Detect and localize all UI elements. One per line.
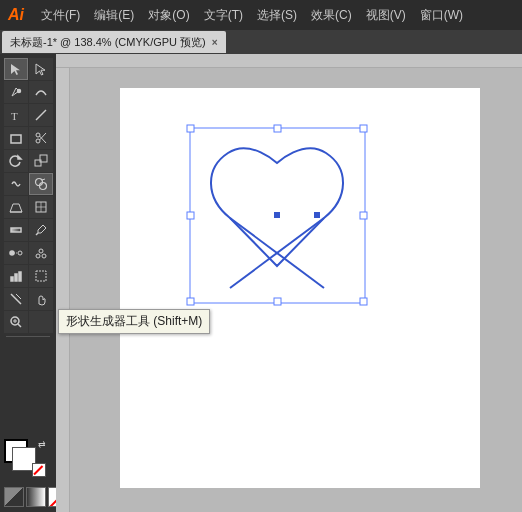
zoom-tool[interactable] xyxy=(4,311,28,333)
svg-point-18 xyxy=(10,251,14,255)
shape-builder-tool[interactable] xyxy=(29,173,53,195)
tool-row-7 xyxy=(2,196,54,218)
text-tool[interactable]: T xyxy=(4,104,28,126)
eyedropper-tool[interactable] xyxy=(29,219,53,241)
heart-shape-svg[interactable] xyxy=(180,118,380,318)
svg-line-29 xyxy=(16,294,21,299)
tab-close-button[interactable]: × xyxy=(212,37,218,48)
svg-point-22 xyxy=(36,254,40,258)
menu-edit[interactable]: 编辑(E) xyxy=(87,0,141,30)
color-swatches: ⇄ xyxy=(4,439,46,477)
menu-select[interactable]: 选择(S) xyxy=(250,0,304,30)
svg-rect-26 xyxy=(19,272,21,281)
menu-file[interactable]: 文件(F) xyxy=(34,0,87,30)
svg-text:T: T xyxy=(11,110,18,122)
canvas-background[interactable] xyxy=(70,68,522,512)
menu-text[interactable]: 文字(T) xyxy=(197,0,250,30)
symbol-tool[interactable] xyxy=(29,242,53,264)
left-toolbar: T xyxy=(0,54,56,512)
select-tool[interactable] xyxy=(4,58,28,80)
warp-tool[interactable] xyxy=(4,173,28,195)
svg-rect-3 xyxy=(11,135,21,143)
tool-row-8 xyxy=(2,219,54,241)
main-area: T xyxy=(0,54,522,512)
swap-colors-icon[interactable]: ⇄ xyxy=(38,439,46,449)
scissors-tool[interactable] xyxy=(29,127,53,149)
tool-row-6 xyxy=(2,173,54,195)
menu-object[interactable]: 对象(O) xyxy=(141,0,196,30)
toolbar-separator-1 xyxy=(6,336,50,337)
color-area: ⇄ xyxy=(4,439,46,477)
slice-tool[interactable] xyxy=(4,288,28,310)
tool-row-4 xyxy=(2,127,54,149)
svg-line-2 xyxy=(36,110,46,120)
none-color-swatch[interactable] xyxy=(32,463,46,477)
artboard-tool[interactable] xyxy=(29,265,53,287)
placeholder-tool xyxy=(29,311,53,333)
scale-tool[interactable] xyxy=(29,150,53,172)
blend-tool[interactable] xyxy=(4,242,28,264)
app-logo: Ai xyxy=(8,6,24,24)
menu-effect[interactable]: 效果(C) xyxy=(304,0,359,30)
tool-row-5 xyxy=(2,150,54,172)
tool-row-11 xyxy=(2,288,54,310)
svg-point-23 xyxy=(42,254,46,258)
rect-tool[interactable] xyxy=(4,127,28,149)
tool-row-2 xyxy=(2,81,54,103)
color-mode-gradient[interactable] xyxy=(26,487,46,507)
line-tool[interactable] xyxy=(29,104,53,126)
vertical-ruler xyxy=(56,68,70,512)
horizontal-ruler xyxy=(56,54,522,68)
svg-line-17 xyxy=(36,233,38,235)
svg-point-19 xyxy=(18,251,22,255)
mesh-tool[interactable] xyxy=(29,196,53,218)
svg-point-11 xyxy=(39,183,46,190)
svg-rect-16 xyxy=(11,228,21,232)
svg-rect-42 xyxy=(187,212,194,219)
svg-rect-27 xyxy=(36,271,46,281)
color-mode-normal[interactable] xyxy=(4,487,24,507)
title-bar: Ai 文件(F) 编辑(E) 对象(O) 文字(T) 选择(S) 效果(C) 视… xyxy=(0,0,522,30)
svg-line-31 xyxy=(18,324,21,327)
svg-rect-46 xyxy=(274,212,280,218)
artboard-page xyxy=(120,88,480,488)
active-tab[interactable]: 未标题-1* @ 138.4% (CMYK/GPU 预览) × xyxy=(2,31,226,53)
tool-row-1 xyxy=(2,58,54,80)
canvas-area[interactable] xyxy=(56,54,522,512)
menu-bar: 文件(F) 编辑(E) 对象(O) 文字(T) 选择(S) 效果(C) 视图(V… xyxy=(34,0,514,30)
menu-view[interactable]: 视图(V) xyxy=(359,0,413,30)
tool-row-12 xyxy=(2,311,54,333)
svg-rect-39 xyxy=(187,298,194,305)
tab-bar: 未标题-1* @ 138.4% (CMYK/GPU 预览) × xyxy=(0,30,522,54)
svg-rect-47 xyxy=(314,212,320,218)
direct-select-tool[interactable] xyxy=(29,58,53,80)
tool-row-3: T xyxy=(2,104,54,126)
svg-point-21 xyxy=(39,249,43,253)
curvature-tool[interactable] xyxy=(29,81,53,103)
svg-rect-40 xyxy=(274,298,281,305)
svg-rect-37 xyxy=(274,125,281,132)
menu-window[interactable]: 窗口(W) xyxy=(413,0,470,30)
svg-line-28 xyxy=(11,294,21,304)
rotate-tool[interactable] xyxy=(4,150,28,172)
svg-rect-41 xyxy=(360,298,367,305)
svg-rect-36 xyxy=(187,125,194,132)
svg-rect-25 xyxy=(15,274,17,281)
hand-tool[interactable] xyxy=(29,288,53,310)
svg-rect-38 xyxy=(360,125,367,132)
gradient-tool[interactable] xyxy=(4,219,28,241)
tool-row-9 xyxy=(2,242,54,264)
svg-rect-43 xyxy=(360,212,367,219)
tab-label: 未标题-1* @ 138.4% (CMYK/GPU 预览) xyxy=(10,35,206,50)
svg-point-10 xyxy=(35,179,42,186)
tool-row-10 xyxy=(2,265,54,287)
perspective-tool[interactable] xyxy=(4,196,28,218)
svg-rect-24 xyxy=(11,277,13,281)
graph-tool[interactable] xyxy=(4,265,28,287)
svg-point-0 xyxy=(17,90,20,93)
pen-tool[interactable] xyxy=(4,81,28,103)
